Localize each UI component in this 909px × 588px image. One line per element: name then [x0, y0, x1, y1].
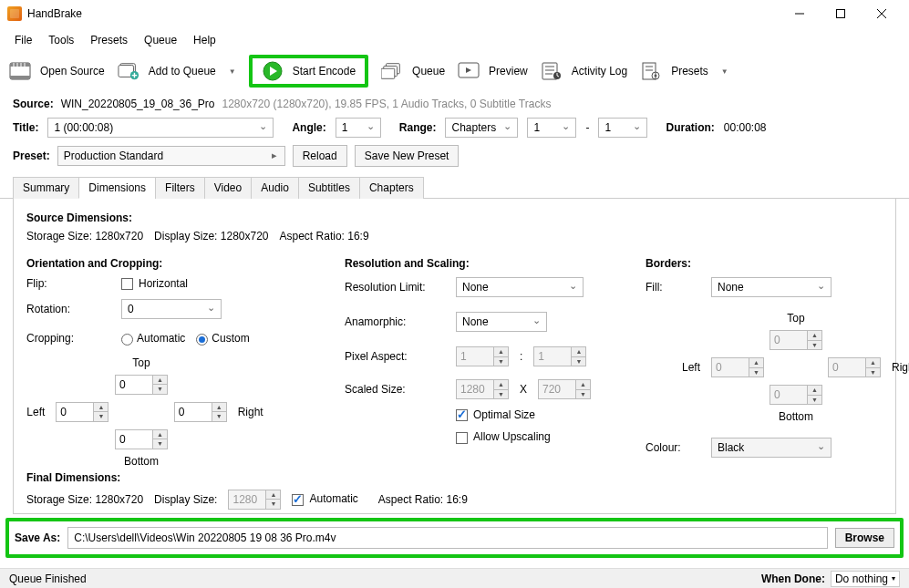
preset-select[interactable]: Production Standard [57, 146, 285, 166]
pixel-aspect-y[interactable]: ▲▼ [533, 346, 586, 366]
anamorphic-label: Anamorphic: [345, 315, 445, 328]
tab-filters[interactable]: Filters [155, 177, 205, 199]
svg-point-34 [655, 75, 657, 77]
add-to-queue-button[interactable]: Add to Queue ▼ [118, 60, 236, 82]
crop-top-label: Top [132, 356, 150, 369]
toolbar: Open Source Add to Queue ▼ Start Encode … [0, 53, 909, 94]
svg-rect-6 [10, 76, 30, 79]
menu-presets[interactable]: Presets [83, 32, 135, 48]
optimal-size-checkbox[interactable]: Optimal Size [456, 408, 535, 421]
preview-button[interactable]: Preview [458, 60, 528, 82]
start-encode-button[interactable]: Start Encode [249, 55, 368, 88]
final-aspect: Aspect Ratio: 16:9 [378, 493, 468, 506]
activity-log-button[interactable]: Activity Log [541, 60, 627, 82]
tab-subtitles[interactable]: Subtitles [298, 177, 360, 199]
presets-button[interactable]: Presets ▼ [640, 60, 728, 82]
when-done-select[interactable]: Do nothing [831, 571, 900, 587]
save-as-input[interactable] [67, 527, 827, 549]
save-as-label: Save As: [15, 531, 60, 544]
angle-select[interactable]: 1 [336, 118, 381, 138]
fill-label: Fill: [646, 281, 700, 294]
duration-value: 00:00:08 [724, 121, 767, 134]
save-new-preset-button[interactable]: Save New Preset [355, 145, 460, 167]
allow-upscaling-checkbox[interactable]: Allow Upscaling [456, 430, 551, 443]
border-left-input[interactable]: ▲▼ [711, 357, 764, 377]
tab-video[interactable]: Video [204, 177, 252, 199]
border-left-label: Left [682, 361, 700, 374]
menu-tools[interactable]: Tools [41, 32, 81, 48]
res-limit-select[interactable]: None [456, 277, 584, 297]
tab-audio[interactable]: Audio [251, 177, 299, 199]
colour-label: Colour: [646, 441, 700, 454]
tab-bar: Summary Dimensions Filters Video Audio S… [0, 170, 909, 199]
app-icon [7, 6, 22, 21]
final-storage: Storage Size: 1280x720 [26, 493, 143, 506]
chevron-down-icon[interactable]: ▼ [718, 67, 728, 76]
queue-add-icon [118, 60, 139, 82]
flip-horizontal-label: Horizontal [139, 277, 188, 290]
final-display-label: Display Size: [154, 493, 217, 506]
browse-button[interactable]: Browse [835, 528, 894, 548]
presets-icon [640, 60, 662, 82]
flip-label: Flip: [26, 277, 110, 290]
border-right-input[interactable]: ▲▼ [828, 357, 881, 377]
window-title: HandBrake [27, 7, 779, 20]
border-bottom-input[interactable]: ▲▼ [770, 385, 822, 405]
orient-title: Orientation and Cropping: [26, 257, 290, 270]
cropping-custom-radio[interactable]: Custom [196, 332, 249, 345]
crop-left-label: Left [26, 406, 45, 418]
pixel-aspect-x[interactable]: ▲▼ [456, 346, 509, 366]
angle-label: Angle: [292, 121, 325, 134]
scaled-h[interactable]: ▲▼ [538, 379, 591, 399]
menu-file[interactable]: File [7, 32, 39, 48]
tab-dimensions[interactable]: Dimensions [78, 177, 156, 199]
source-info: 1280x720 (1280x720), 19.85 FPS, 1 Audio … [222, 98, 552, 110]
crop-right-input[interactable]: ▲▼ [174, 402, 227, 422]
svg-rect-30 [643, 63, 656, 79]
range-from-select[interactable]: 1 [527, 118, 576, 138]
preset-label: Preset: [13, 150, 50, 162]
title-select[interactable]: 1 (00:00:08) [47, 118, 274, 138]
source-aspect: Aspect Ratio: 16:9 [280, 230, 369, 242]
rotation-select[interactable]: 0 [121, 299, 222, 319]
fill-select[interactable]: None [711, 277, 832, 297]
crop-top-input[interactable]: ▲▼ [115, 375, 168, 395]
cropping-auto-radio[interactable]: Automatic [121, 332, 185, 345]
colour-select[interactable]: Black [711, 438, 832, 458]
title-label: Title: [13, 121, 38, 134]
chevron-down-icon[interactable]: ▼ [225, 67, 236, 76]
range-type-select[interactable]: Chapters [445, 118, 518, 138]
source-storage: Storage Size: 1280x720 [26, 230, 143, 242]
anamorphic-select[interactable]: None [456, 312, 547, 332]
final-automatic-checkbox[interactable]: Automatic [292, 492, 357, 505]
close-button[interactable] [861, 0, 902, 27]
range-sep: - [585, 121, 589, 134]
queue-button[interactable]: Queue [381, 60, 445, 82]
status-bar: Queue Finished When Done: Do nothing [0, 568, 909, 588]
crop-left-input[interactable]: ▲▼ [56, 402, 108, 422]
reload-button[interactable]: Reload [293, 145, 347, 167]
cropping-label: Cropping: [26, 332, 110, 345]
border-top-input[interactable]: ▲▼ [770, 330, 822, 350]
final-display-w[interactable]: ▲▼ [228, 490, 281, 510]
res-title: Resolution and Scaling: [345, 257, 591, 270]
open-source-button[interactable]: Open Source [9, 60, 105, 82]
flip-horizontal-checkbox[interactable] [121, 278, 133, 290]
dimensions-panel: Source Dimensions: Storage Size: 1280x72… [13, 199, 896, 514]
border-bottom-label: Bottom [779, 410, 813, 423]
menu-help[interactable]: Help [186, 32, 223, 48]
pixel-aspect-label: Pixel Aspect: [345, 350, 445, 363]
scaled-w[interactable]: ▲▼ [456, 379, 509, 399]
minimize-button[interactable] [779, 0, 820, 27]
tab-summary[interactable]: Summary [13, 177, 79, 199]
range-label: Range: [399, 121, 437, 134]
menu-queue[interactable]: Queue [137, 32, 184, 48]
when-done-label: When Done: [761, 573, 825, 585]
tab-chapters[interactable]: Chapters [359, 177, 424, 199]
range-to-select[interactable]: 1 [598, 118, 647, 138]
crop-bottom-input[interactable]: ▲▼ [115, 429, 168, 449]
maximize-button[interactable] [820, 0, 861, 27]
res-limit-label: Resolution Limit: [345, 281, 445, 294]
source-name: WIN_20220805_19_08_36_Pro [61, 98, 215, 110]
preview-icon [458, 60, 480, 82]
